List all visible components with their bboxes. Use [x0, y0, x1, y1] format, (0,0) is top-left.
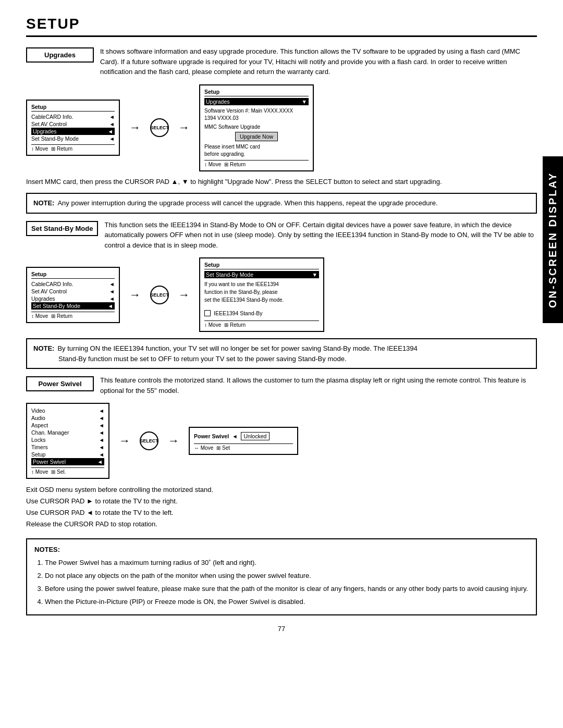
insert-instruction: Insert MMC card, then press the CURSOR P… [26, 177, 537, 187]
page-title: SETUP [26, 16, 537, 37]
ps-menu-timers: Timers◄ [31, 443, 104, 451]
exit-instructions: Exit OSD menu system before controlling … [26, 484, 537, 530]
sb-menu-standby: Set Stand-By Mode◄ [31, 302, 115, 310]
note-item-1: The Power Swivel has a maximum turning r… [45, 558, 529, 569]
standby-screen1: Setup CableCARD Info.◄ Set AV Control◄ U… [26, 267, 120, 323]
power-swivel-description: This feature controls the motorized stan… [100, 375, 537, 396]
arrow-right-2: → [178, 121, 190, 134]
ps-s2-footer: ↔ Move ⊞ Set [194, 443, 293, 451]
ps-menu-locks: Locks◄ [31, 436, 104, 443]
ps-menu-powerswivel: Power Swivel◄ [31, 458, 104, 465]
note1-label: NOTE: [33, 199, 54, 207]
note-item-2: Do not place any objects on the path of … [45, 571, 529, 582]
note2-text2: Stand-By function must be set to OFF to … [58, 355, 347, 363]
sb-s2-item: Set Stand-By Mode▼ [204, 271, 319, 278]
exit-line-4: Release the CURSOR PAD to stop rotation. [26, 519, 537, 530]
power-swivel-screens: Video◄ Audio◄ Aspect◄ Chan. Manager◄ Loc… [26, 403, 537, 479]
ps-menu-aspect: Aspect◄ [31, 422, 104, 429]
standby-s1-footer: ↕ Move⊞ Return [31, 312, 115, 319]
exit-line-3: Use CURSOR PAD ◄ to rotate the TV to the… [26, 507, 537, 519]
menu-item-cablecard: CableCARD Info.◄ [31, 113, 115, 120]
vertical-label: ON-SCREEN DISPLAY [543, 156, 563, 323]
note1-text: Any power interruption during the upgrad… [57, 199, 437, 207]
upgrades-description: It shows software information and easy u… [100, 46, 537, 77]
arrow-right-5: → [119, 434, 130, 448]
page-number: 77 [26, 625, 537, 633]
ieee-checkbox: IEEE1394 Stand-By [204, 310, 319, 316]
select-button-2: SELECT [150, 286, 169, 304]
ps-status-label: Power Swivel [194, 433, 229, 439]
notes-section: NOTES: The Power Swivel has a maximum tu… [26, 538, 537, 615]
standby-screens: Setup CableCARD Info.◄ Set AV Control◄ U… [26, 257, 537, 332]
checkbox-icon [204, 310, 211, 316]
note2-label: NOTE: [33, 344, 54, 352]
ps-unlocked-badge: Unlocked [241, 432, 270, 440]
upgrades-section: Upgrades It shows software information a… [26, 46, 537, 77]
ps-status-row: Power Swivel ◄ Unlocked [194, 431, 293, 441]
note-item-4: When the Picture-in-Picture (PIP) or Fre… [45, 597, 529, 608]
upgrades-s2-title: Setup [204, 89, 309, 96]
upgrades-screen1: Setup CableCARD Info.◄ Set AV Control◄ U… [26, 100, 120, 156]
power-swivel-label: Power Swivel [26, 376, 94, 391]
upgrades-label: Upgrades [26, 47, 94, 63]
sb-menu-cablecard: CableCARD Info.◄ [31, 280, 115, 288]
menu-item-upgrades: Upgrades◄ [31, 128, 115, 135]
standby-s1-title: Setup [31, 271, 115, 279]
menu-item-upgrades-s2: Upgrades▼ [204, 98, 309, 105]
sb-menu-setav: Set AV Control◄ [31, 288, 115, 295]
arrow-right-4: → [178, 288, 190, 302]
note1-box: NOTE:Any power interruption during the u… [26, 193, 537, 214]
mmc-label: MMC Software Upgrade [204, 124, 309, 130]
ps-screen1: Video◄ Audio◄ Aspect◄ Chan. Manager◄ Loc… [26, 403, 109, 479]
upgrades-s2-footer: ↕ Move⊞ Return [204, 160, 309, 167]
arrow-right-3: → [129, 288, 141, 302]
menu-item-standby: Set Stand-By Mode◄ [31, 135, 115, 142]
upgrades-s1-footer: ↕ Move⊞ Return [31, 144, 115, 152]
exit-line-2: Use CURSOR PAD ► to rotate the TV to the… [26, 496, 537, 507]
ps-screen2: Power Swivel ◄ Unlocked ↔ Move ⊞ Set [189, 427, 298, 455]
note2-text1: By turning ON the IEEE1394 function, you… [57, 344, 417, 352]
power-swivel-section: Power Swivel This feature controls the m… [26, 375, 537, 396]
standby-section: Set Stand-By Mode This function sets the… [26, 220, 537, 251]
upgrades-s1-title: Setup [31, 104, 115, 112]
ps-menu-setup: Setup◄ [31, 451, 104, 458]
standby-s2-footer: ↕ Move⊞ Return [204, 320, 319, 328]
menu-item-setav: Set AV Control◄ [31, 120, 115, 128]
sb-menu-upgrades: Upgrades◄ [31, 295, 115, 302]
standby-screen-content: If you want to use the IEEE1394 function… [204, 278, 319, 306]
select-button-1: SELECT [150, 118, 169, 137]
ps-menu-chanmgr: Chan. Manager◄ [31, 429, 104, 436]
arrow-right-6: → [168, 434, 179, 448]
standby-description: This function sets the IEEE1394 in Stand… [104, 220, 537, 251]
ps-menu-video: Video◄ [31, 407, 104, 414]
upgrades-screen2: Setup Upgrades▼ Software Version #: Main… [199, 84, 314, 171]
standby-screen2: Setup Set Stand-By Mode▼ If you want to … [199, 257, 324, 332]
version-info: Software Version #: Main VXXX.XXXX 1394 … [204, 107, 309, 122]
notes-list: The Power Swivel has a maximum turning r… [45, 558, 529, 607]
insert-note: Please insert MMC card before upgrading. [204, 143, 309, 158]
note2-box: NOTE:By turning ON the IEEE1394 function… [26, 338, 537, 369]
note-item-3: Before using the power swivel feature, p… [45, 584, 529, 595]
arrow-right-1: → [129, 121, 141, 134]
upgrade-now-btn: Upgrade Now [235, 132, 278, 141]
ps-menu-audio: Audio◄ [31, 414, 104, 422]
notes-label: NOTES: [34, 546, 60, 553]
upgrades-screens: Setup CableCARD Info.◄ Set AV Control◄ U… [26, 84, 537, 171]
exit-line-1: Exit OSD menu system before controlling … [26, 484, 537, 496]
standby-s2-title: Setup [204, 262, 319, 269]
standby-label: Set Stand-By Mode [26, 221, 98, 236]
select-button-3: SELECT [140, 431, 158, 450]
ps-s1-footer: ↕ Move⊞ Sel. [31, 467, 104, 475]
